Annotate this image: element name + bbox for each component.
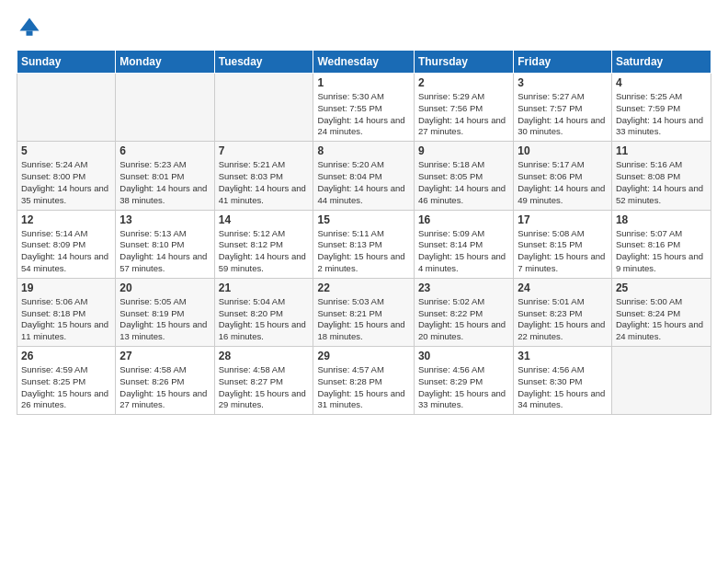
day-number: 18 [616,213,707,226]
day-info: Sunrise: 5:24 AM Sunset: 8:00 PM Dayligh… [21,159,111,206]
day-info: Sunrise: 5:01 AM Sunset: 8:23 PM Dayligh… [518,296,608,343]
day-info: Sunrise: 5:17 AM Sunset: 8:06 PM Dayligh… [518,159,608,206]
day-info: Sunrise: 5:16 AM Sunset: 8:08 PM Dayligh… [616,159,707,206]
day-number: 3 [518,76,608,89]
calendar-cell [116,74,214,142]
day-number: 21 [219,282,310,294]
calendar-cell: 21Sunrise: 5:04 AM Sunset: 8:20 PM Dayli… [214,278,313,346]
day-number: 27 [119,350,210,362]
logo [17,15,46,40]
calendar-cell: 14Sunrise: 5:12 AM Sunset: 8:12 PM Dayli… [214,210,313,278]
calendar-cell: 26Sunrise: 4:59 AM Sunset: 8:25 PM Dayli… [17,347,116,415]
day-number: 12 [21,213,111,226]
calendar-cell: 17Sunrise: 5:08 AM Sunset: 8:15 PM Dayli… [514,210,612,278]
calendar-cell: 20Sunrise: 5:05 AM Sunset: 8:19 PM Dayli… [116,278,214,346]
day-info: Sunrise: 5:09 AM Sunset: 8:14 PM Dayligh… [418,228,509,275]
day-number: 11 [616,144,707,157]
weekday-header-thursday: Thursday [414,51,513,74]
day-number: 8 [317,144,409,157]
calendar-cell: 29Sunrise: 4:57 AM Sunset: 8:28 PM Dayli… [313,347,414,415]
day-number: 6 [119,144,210,157]
day-info: Sunrise: 4:56 AM Sunset: 8:29 PM Dayligh… [418,364,509,411]
day-number: 29 [317,350,409,362]
page: SundayMondayTuesdayWednesdayThursdayFrid… [0,0,728,563]
calendar-cell: 28Sunrise: 4:58 AM Sunset: 8:27 PM Dayli… [214,347,313,415]
day-info: Sunrise: 5:02 AM Sunset: 8:22 PM Dayligh… [418,296,509,343]
day-info: Sunrise: 5:18 AM Sunset: 8:05 PM Dayligh… [418,159,509,206]
calendar-cell [611,347,711,415]
logo-icon [17,15,42,40]
day-number: 24 [518,282,608,294]
calendar-cell: 8Sunrise: 5:20 AM Sunset: 8:04 PM Daylig… [313,142,414,210]
day-number: 9 [418,144,509,157]
weekday-header-sunday: Sunday [17,51,116,74]
svg-marker-0 [20,18,40,31]
calendar-cell: 27Sunrise: 4:58 AM Sunset: 8:26 PM Dayli… [116,347,214,415]
day-info: Sunrise: 5:14 AM Sunset: 8:09 PM Dayligh… [21,228,111,275]
weekday-header-row: SundayMondayTuesdayWednesdayThursdayFrid… [17,51,711,74]
calendar-cell: 12Sunrise: 5:14 AM Sunset: 8:09 PM Dayli… [17,210,116,278]
day-info: Sunrise: 5:25 AM Sunset: 7:59 PM Dayligh… [616,91,707,138]
calendar-cell: 22Sunrise: 5:03 AM Sunset: 8:21 PM Dayli… [313,278,414,346]
day-info: Sunrise: 5:23 AM Sunset: 8:01 PM Dayligh… [119,159,210,206]
day-info: Sunrise: 5:27 AM Sunset: 7:57 PM Dayligh… [518,91,608,138]
weekday-header-monday: Monday [116,51,214,74]
week-row-4: 19Sunrise: 5:06 AM Sunset: 8:18 PM Dayli… [17,278,711,346]
calendar-cell: 30Sunrise: 4:56 AM Sunset: 8:29 PM Dayli… [414,347,513,415]
week-row-3: 12Sunrise: 5:14 AM Sunset: 8:09 PM Dayli… [17,210,711,278]
day-info: Sunrise: 5:03 AM Sunset: 8:21 PM Dayligh… [317,296,409,343]
calendar-cell: 6Sunrise: 5:23 AM Sunset: 8:01 PM Daylig… [116,142,214,210]
day-info: Sunrise: 4:58 AM Sunset: 8:26 PM Dayligh… [119,364,210,411]
day-info: Sunrise: 5:20 AM Sunset: 8:04 PM Dayligh… [317,159,409,206]
calendar-body: 1Sunrise: 5:30 AM Sunset: 7:55 PM Daylig… [17,74,711,415]
calendar-table: SundayMondayTuesdayWednesdayThursdayFrid… [17,50,711,415]
week-row-2: 5Sunrise: 5:24 AM Sunset: 8:00 PM Daylig… [17,142,711,210]
day-info: Sunrise: 5:08 AM Sunset: 8:15 PM Dayligh… [518,228,608,275]
header [17,15,711,40]
calendar-cell: 10Sunrise: 5:17 AM Sunset: 8:06 PM Dayli… [514,142,612,210]
calendar-cell: 2Sunrise: 5:29 AM Sunset: 7:56 PM Daylig… [414,74,513,142]
weekday-header-saturday: Saturday [611,51,711,74]
day-number: 23 [418,282,509,294]
day-info: Sunrise: 4:57 AM Sunset: 8:28 PM Dayligh… [317,364,409,411]
calendar-cell: 13Sunrise: 5:13 AM Sunset: 8:10 PM Dayli… [116,210,214,278]
day-number: 28 [219,350,310,362]
day-number: 10 [518,144,608,157]
day-number: 26 [21,350,111,362]
day-number: 1 [317,76,409,89]
calendar-cell: 3Sunrise: 5:27 AM Sunset: 7:57 PM Daylig… [514,74,612,142]
day-number: 2 [418,76,509,89]
weekday-header-tuesday: Tuesday [214,51,313,74]
day-info: Sunrise: 5:06 AM Sunset: 8:18 PM Dayligh… [21,296,111,343]
day-number: 7 [219,144,310,157]
week-row-5: 26Sunrise: 4:59 AM Sunset: 8:25 PM Dayli… [17,347,711,415]
day-number: 13 [119,213,210,226]
day-info: Sunrise: 4:59 AM Sunset: 8:25 PM Dayligh… [21,364,111,411]
day-number: 22 [317,282,409,294]
calendar-cell: 25Sunrise: 5:00 AM Sunset: 8:24 PM Dayli… [611,278,711,346]
day-number: 30 [418,350,509,362]
day-info: Sunrise: 5:12 AM Sunset: 8:12 PM Dayligh… [219,228,310,275]
calendar-cell [214,74,313,142]
day-info: Sunrise: 5:29 AM Sunset: 7:56 PM Dayligh… [418,91,509,138]
calendar-cell: 18Sunrise: 5:07 AM Sunset: 8:16 PM Dayli… [611,210,711,278]
day-number: 25 [616,282,707,294]
day-info: Sunrise: 4:56 AM Sunset: 8:30 PM Dayligh… [518,364,608,411]
weekday-header-wednesday: Wednesday [313,51,414,74]
calendar-cell: 4Sunrise: 5:25 AM Sunset: 7:59 PM Daylig… [611,74,711,142]
day-info: Sunrise: 5:04 AM Sunset: 8:20 PM Dayligh… [219,296,310,343]
calendar-cell: 31Sunrise: 4:56 AM Sunset: 8:30 PM Dayli… [514,347,612,415]
day-info: Sunrise: 5:30 AM Sunset: 7:55 PM Dayligh… [317,91,409,138]
day-number: 19 [21,282,111,294]
calendar-cell [17,74,116,142]
calendar-cell: 9Sunrise: 5:18 AM Sunset: 8:05 PM Daylig… [414,142,513,210]
day-number: 14 [219,213,310,226]
calendar-cell: 16Sunrise: 5:09 AM Sunset: 8:14 PM Dayli… [414,210,513,278]
weekday-header-friday: Friday [514,51,612,74]
week-row-1: 1Sunrise: 5:30 AM Sunset: 7:55 PM Daylig… [17,74,711,142]
day-info: Sunrise: 5:05 AM Sunset: 8:19 PM Dayligh… [119,296,210,343]
calendar-cell: 23Sunrise: 5:02 AM Sunset: 8:22 PM Dayli… [414,278,513,346]
calendar-cell: 5Sunrise: 5:24 AM Sunset: 8:00 PM Daylig… [17,142,116,210]
day-number: 16 [418,213,509,226]
day-number: 31 [518,350,608,362]
